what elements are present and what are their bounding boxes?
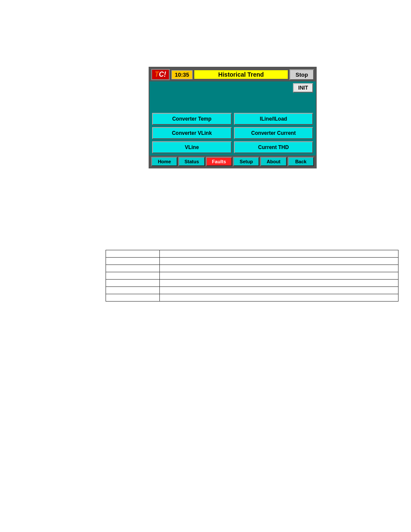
hmi-chart-area: [149, 98, 316, 111]
row1-value: [160, 258, 399, 265]
col2-header: [160, 250, 399, 258]
table-header-row: [106, 250, 399, 258]
table-row: [106, 258, 399, 265]
status-nav-button[interactable]: Status: [178, 157, 205, 166]
table-row: [106, 294, 399, 302]
setup-nav-button[interactable]: Setup: [233, 157, 259, 166]
hmi-header: TC! 10:35 Historical Trend Stop: [149, 68, 316, 81]
header-title: Historical Trend: [194, 70, 288, 79]
table-row: [106, 265, 399, 272]
hmi-footer: Home Status Faults Setup About Back: [149, 156, 316, 168]
row5-value: [160, 287, 399, 294]
stop-button[interactable]: Stop: [290, 69, 314, 80]
row1-label: [106, 258, 160, 265]
converter-vlink-button[interactable]: Converter VLink: [152, 127, 232, 139]
info-table: [106, 250, 399, 302]
table-row: [106, 287, 399, 294]
row6-value: [160, 294, 399, 302]
about-nav-button[interactable]: About: [260, 157, 286, 166]
faults-nav-button[interactable]: Faults: [206, 157, 232, 166]
back-nav-button[interactable]: Back: [288, 157, 314, 166]
table-row: [106, 272, 399, 280]
row2-label: [106, 265, 160, 272]
converter-temp-button[interactable]: Converter Temp: [152, 113, 232, 125]
home-nav-button[interactable]: Home: [151, 157, 177, 166]
row2-value: [160, 265, 399, 272]
iline-iload-button[interactable]: ILine/ILoad: [234, 113, 314, 125]
init-button[interactable]: INIT: [293, 83, 313, 93]
row6-label: [106, 294, 160, 302]
converter-current-button[interactable]: Converter Current: [234, 127, 314, 139]
hmi-subheader: INIT: [149, 81, 316, 98]
tci-logo: TC!: [151, 69, 170, 80]
hmi-buttons: Converter Temp ILine/ILoad Converter VLi…: [149, 111, 316, 156]
col1-header: [106, 250, 160, 258]
current-thd-button[interactable]: Current THD: [234, 141, 314, 153]
time-display: 10:35: [171, 70, 193, 79]
hmi-panel: TC! 10:35 Historical Trend Stop INIT Con…: [149, 67, 317, 168]
table-row: [106, 280, 399, 287]
row4-value: [160, 280, 399, 287]
row4-label: [106, 280, 160, 287]
vline-button[interactable]: VLine: [152, 141, 232, 153]
row3-value: [160, 272, 399, 280]
row5-label: [106, 287, 160, 294]
row3-label: [106, 272, 160, 280]
